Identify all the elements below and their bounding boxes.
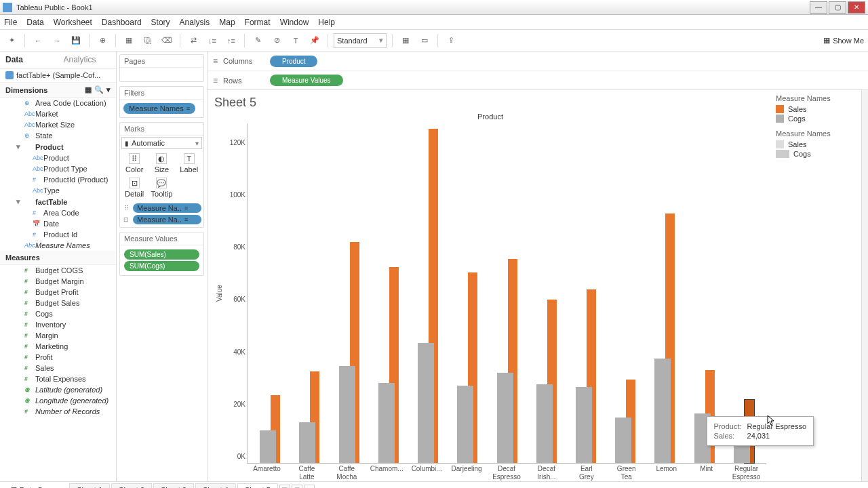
legend-size-sales[interactable]: Sales [776,140,859,148]
close-button[interactable]: ✕ [848,1,865,14]
measure-item[interactable]: #Sales [0,363,116,373]
tab-sheet4[interactable]: Sheet 4 [195,483,236,488]
legend-item-cogs[interactable]: Cogs [776,115,859,123]
menu-help[interactable]: Help [318,18,335,27]
dimension-item[interactable]: AbcProduct [0,152,116,163]
pin-icon[interactable]: 📌 [307,33,322,48]
menu-file[interactable]: File [4,18,17,27]
marks-label[interactable]: TLabel [176,152,202,175]
bar-cogs[interactable] [260,430,276,463]
measure-item[interactable]: #Profit [0,352,116,363]
rows-pill-measure-values[interactable]: Measure Values [270,75,343,86]
dimension-item[interactable]: AbcProduct Type [0,163,116,174]
dimension-item[interactable]: AbcMarket [0,108,116,119]
measure-item[interactable]: #Total Expenses [0,373,116,384]
save-icon[interactable]: 💾 [68,33,83,48]
dimension-item[interactable]: 📅Date [0,218,116,229]
bar-cogs[interactable] [418,343,434,463]
dimension-item[interactable]: AbcMarket Size [0,119,116,130]
plot-area[interactable] [247,123,766,464]
marks-color[interactable]: ⠿Color [121,152,147,175]
chart[interactable]: Value 0K20K40K60K80K100K120K [214,123,766,464]
measure-item[interactable]: #Budget COGS [0,265,116,276]
bar-cogs[interactable] [615,418,631,463]
sort-desc-icon[interactable]: ↑≡ [224,33,239,48]
bar-group[interactable] [724,123,764,463]
legend-size-cogs[interactable]: Cogs [776,150,859,158]
menu-map[interactable]: Map [219,18,235,27]
back-icon[interactable]: ← [31,33,45,48]
search-icon[interactable]: 🔍 [94,85,104,94]
tab-sheet5[interactable]: Sheet 5 [237,483,278,489]
bar-group[interactable] [645,123,684,463]
dimension-item[interactable]: ▾factTable [0,196,116,207]
measure-item[interactable]: #Inventory [0,319,116,330]
mv-pill-cogs[interactable]: SUM(Cogs) [124,261,199,271]
legend-item-sales[interactable]: Sales [776,105,859,113]
maximize-button[interactable]: ▢ [829,1,846,14]
bar-group[interactable] [290,123,329,463]
bar-cogs[interactable] [457,386,473,463]
menu-analysis[interactable]: Analysis [180,18,210,27]
dimension-item[interactable]: ⊕Area Code (Location) [0,98,116,108]
tab-sheet2[interactable]: Sheet 2 [111,483,152,488]
menu-format[interactable]: Format [245,18,271,27]
measure-item[interactable]: #Budget Sales [0,298,116,308]
fit-select[interactable]: Standard [334,33,387,48]
dimension-item[interactable]: #Product Id [0,229,116,240]
scrollbar[interactable] [861,90,868,481]
dimension-item[interactable]: ⊕State [0,130,116,141]
marks-pill-detail[interactable]: Measure Na..≡ [133,215,201,224]
rows-shelf[interactable]: ≡ Rows Measure Values [208,70,868,89]
bar-group[interactable] [329,123,368,463]
measure-item[interactable]: #Budget Margin [0,276,116,287]
bar-cogs[interactable] [654,359,671,463]
sort-asc-icon[interactable]: ↓≡ [205,33,220,48]
view-icon[interactable]: ▦ [85,85,92,94]
measure-values-card[interactable]: Measure Values SUM(Sales) SUM(Cogs) [119,232,204,276]
new-sheet-icon[interactable]: ▦ [279,485,290,489]
mv-pill-sales[interactable]: SUM(Sales) [124,249,199,260]
new-datasource-icon[interactable]: ⊕ [95,33,110,48]
bar-cogs[interactable] [299,422,315,463]
bar-group[interactable] [685,123,724,463]
swap-icon[interactable]: ⇄ [186,33,201,48]
dimension-item[interactable]: AbcType [0,185,116,196]
forward-icon[interactable]: → [50,33,64,48]
marks-size[interactable]: ◐Size [149,152,174,175]
cards-icon[interactable]: ▦ [398,33,413,48]
bar-group[interactable] [448,123,487,463]
marks-card[interactable]: Marks ▮ Automatic ⠿Color ◐Size TLabel ⊡D… [119,122,204,228]
menu-data[interactable]: Data [26,18,43,27]
datasource-item[interactable]: factTable+ (Sample-Cof... [0,68,116,83]
group-icon[interactable]: ⊘ [269,33,284,48]
dimension-item[interactable]: ▾Product [0,141,116,152]
menu-worksheet[interactable]: Worksheet [54,18,92,27]
columns-pill-product[interactable]: Product [270,56,317,67]
share-icon[interactable]: ⇪ [443,33,458,48]
dimension-item[interactable]: AbcMeasure Names [0,240,116,251]
minimize-button[interactable]: — [810,1,827,14]
measure-item[interactable]: #Marketing [0,341,116,352]
bar-group[interactable] [369,123,408,463]
marks-pill-color[interactable]: Measure Na..≡ [133,203,201,213]
sheet-title[interactable]: Sheet 5 [214,96,766,110]
menu-dashboard[interactable]: Dashboard [102,18,142,27]
duplicate-icon[interactable]: ⿻ [140,33,155,48]
dimension-item[interactable]: #Area Code [0,207,116,218]
bar-cogs[interactable] [497,373,513,463]
marks-detail[interactable]: ⊡Detail [121,176,147,199]
pages-card[interactable]: Pages [119,54,204,82]
columns-shelf[interactable]: ≡ Columns Product [208,52,868,70]
measure-item[interactable]: #Margin [0,330,116,341]
new-worksheet-icon[interactable]: ▦ [121,33,136,48]
measure-item[interactable]: #Budget Profit [0,287,116,298]
tab-sheet1[interactable]: Sheet 1 [69,483,110,488]
dimension-item[interactable]: #ProductId (Product) [0,174,116,185]
bar-group[interactable] [250,123,290,463]
clear-icon[interactable]: ⌫ [159,33,174,48]
tab-data[interactable]: Data [0,52,58,68]
bar-group[interactable] [527,123,566,463]
tab-sheet3[interactable]: Sheet 3 [153,483,194,488]
menu-window[interactable]: Window [280,18,309,27]
